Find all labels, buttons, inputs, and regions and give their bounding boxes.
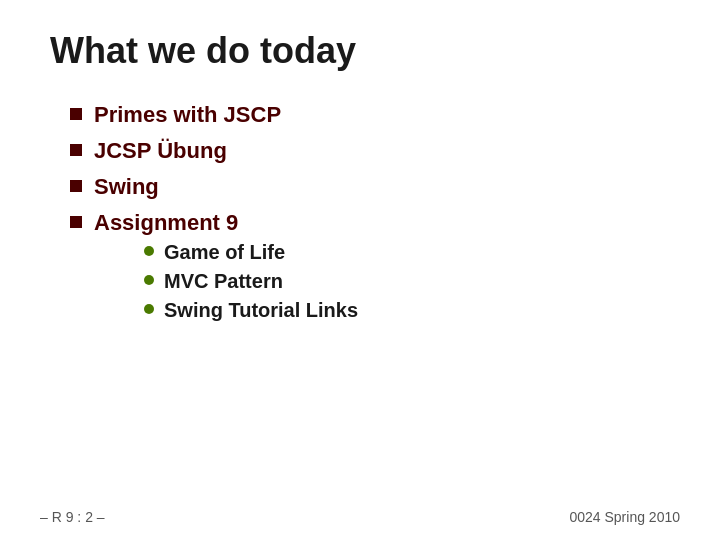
sub-bullet-game-of-life-text: Game of Life: [164, 241, 285, 264]
slide-footer: – R 9 : 2 – 0024 Spring 2010: [40, 509, 680, 525]
bullet-assignment9-text: Assignment 9: [94, 210, 238, 235]
sub-bullet-game-of-life: Game of Life: [144, 241, 358, 264]
bullet-jcsp: JCSP Übung: [70, 138, 680, 164]
circle-bullet-icon: [144, 246, 154, 256]
footer-right-text: 0024 Spring 2010: [569, 509, 680, 525]
bullet-swing-text: Swing: [94, 174, 159, 200]
circle-bullet-icon: [144, 304, 154, 314]
sub-bullet-mvc-pattern-text: MVC Pattern: [164, 270, 283, 293]
sub-bullet-swing-tutorial: Swing Tutorial Links: [144, 299, 358, 322]
slide-title: What we do today: [50, 30, 680, 72]
main-bullet-list: Primes with JSCP JCSP Übung Swing Assign…: [70, 102, 680, 328]
sub-bullet-mvc-pattern: MVC Pattern: [144, 270, 358, 293]
bullet-square-icon: [70, 144, 82, 156]
circle-bullet-icon: [144, 275, 154, 285]
slide: What we do today Primes with JSCP JCSP Ü…: [0, 0, 720, 540]
bullet-square-icon: [70, 108, 82, 120]
bullet-square-icon: [70, 216, 82, 228]
footer-left-text: – R 9 : 2 –: [40, 509, 105, 525]
content-area: Primes with JSCP JCSP Übung Swing Assign…: [70, 102, 680, 328]
sub-bullet-list: Game of Life MVC Pattern Swing Tutorial …: [144, 241, 358, 322]
bullet-primes: Primes with JSCP: [70, 102, 680, 128]
sub-bullet-swing-tutorial-text: Swing Tutorial Links: [164, 299, 358, 322]
bullet-jcsp-text: JCSP Übung: [94, 138, 227, 164]
bullet-primes-text: Primes with JSCP: [94, 102, 281, 128]
bullet-assignment9: Assignment 9 Game of Life MVC Pattern: [70, 210, 680, 328]
bullet-swing: Swing: [70, 174, 680, 200]
bullet-square-icon: [70, 180, 82, 192]
